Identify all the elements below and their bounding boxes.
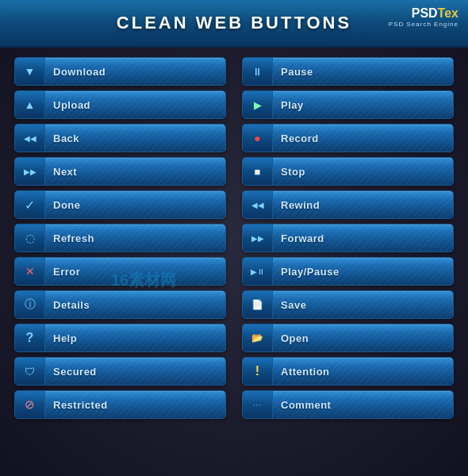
right-cell-2: Record (242, 124, 454, 152)
brand-subtitle: PSD Search Engine (389, 21, 458, 28)
left-cell-4: Done (14, 190, 226, 219)
secured-label: Secured (45, 366, 225, 378)
done-label: Done (45, 199, 225, 211)
pause-label: Pause (273, 66, 453, 78)
right-cell-4: Rewind (242, 190, 454, 219)
play-label: Play (273, 99, 453, 111)
comment-icon (243, 391, 273, 418)
left-cell-6: Error (14, 257, 226, 286)
btn-back[interactable]: Back (14, 124, 226, 152)
download-icon (15, 58, 45, 85)
btn-help[interactable]: Help (14, 324, 226, 352)
right-cell-9: Attention (242, 357, 454, 386)
btn-pause[interactable]: Pause (242, 57, 454, 86)
header: CLEAN WEB BUTTONS PSDTex PSD Search Engi… (0, 0, 468, 48)
save-icon (243, 291, 273, 318)
download-label: Download (45, 66, 225, 78)
refresh-icon (15, 225, 45, 251)
left-cell-0: Download (14, 57, 226, 86)
forward-icon (243, 225, 273, 251)
back-icon (15, 125, 45, 152)
rewind-icon (243, 191, 273, 218)
left-cell-1: Upload (14, 90, 226, 119)
error-label: Error (45, 266, 225, 278)
attention-icon (243, 358, 273, 385)
btn-forward[interactable]: Forward (242, 224, 454, 252)
header-title: CLEAN WEB BUTTONS (16, 13, 452, 33)
attention-label: Attention (273, 366, 453, 378)
btn-restricted[interactable]: Restricted (14, 390, 226, 419)
next-icon (15, 158, 45, 185)
btn-save[interactable]: Save (242, 290, 454, 319)
brand-logo: PSDTex (389, 6, 458, 21)
btn-refresh[interactable]: Refresh (14, 224, 226, 252)
right-cell-3: Stop (242, 157, 454, 186)
btn-stop[interactable]: Stop (242, 157, 454, 186)
btn-comment[interactable]: Comment (242, 390, 454, 419)
btn-attention[interactable]: Attention (242, 357, 454, 386)
right-cell-0: Pause (242, 57, 454, 86)
left-cell-3: Next (14, 157, 226, 186)
help-label: Help (45, 332, 225, 344)
forward-label: Forward (273, 232, 453, 244)
left-cell-7: Details (14, 290, 226, 319)
left-cell-8: Help (14, 324, 226, 352)
right-cell-5: Forward (242, 224, 454, 252)
playpause-label: Play/Pause (273, 266, 453, 278)
btn-secured[interactable]: Secured (14, 357, 226, 386)
button-grid: DownloadPauseUploadPlayBackRecordNextSto… (0, 48, 468, 428)
upload-label: Upload (45, 99, 225, 111)
restricted-label: Restricted (45, 399, 225, 411)
upload-icon (15, 91, 45, 118)
open-icon (243, 324, 273, 351)
save-label: Save (273, 299, 453, 311)
btn-next[interactable]: Next (14, 157, 226, 186)
record-icon (243, 125, 273, 152)
brand: PSDTex PSD Search Engine (389, 6, 458, 28)
details-label: Details (45, 299, 225, 311)
restricted-icon (15, 391, 45, 418)
back-label: Back (45, 132, 225, 144)
btn-done[interactable]: Done (14, 190, 226, 219)
right-cell-6: Play/Pause (242, 257, 454, 286)
open-label: Open (273, 332, 453, 344)
rewind-label: Rewind (273, 199, 453, 211)
left-cell-5: Refresh (14, 224, 226, 252)
right-cell-10: Comment (242, 390, 454, 419)
record-label: Record (273, 132, 453, 144)
refresh-label: Refresh (45, 232, 225, 244)
btn-details[interactable]: Details (14, 290, 226, 319)
help-icon (15, 324, 45, 351)
right-cell-8: Open (242, 324, 454, 352)
done-icon (15, 191, 45, 218)
comment-label: Comment (273, 399, 453, 411)
pause-icon (243, 58, 273, 85)
btn-upload[interactable]: Upload (14, 90, 226, 119)
stop-label: Stop (273, 166, 453, 178)
error-icon (15, 258, 45, 285)
left-cell-2: Back (14, 124, 226, 152)
left-cell-10: Restricted (14, 390, 226, 419)
secured-icon (15, 358, 45, 385)
btn-playpause[interactable]: Play/Pause (242, 257, 454, 286)
btn-play[interactable]: Play (242, 90, 454, 119)
btn-error[interactable]: Error (14, 257, 226, 286)
right-cell-7: Save (242, 290, 454, 319)
left-cell-9: Secured (14, 357, 226, 386)
playpause-icon (243, 258, 273, 285)
btn-rewind[interactable]: Rewind (242, 190, 454, 219)
btn-record[interactable]: Record (242, 124, 454, 152)
details-icon (15, 291, 45, 318)
btn-open[interactable]: Open (242, 324, 454, 352)
next-label: Next (45, 166, 225, 178)
play-icon (243, 91, 273, 118)
stop-icon (243, 158, 273, 185)
right-cell-1: Play (242, 90, 454, 119)
btn-download[interactable]: Download (14, 57, 226, 86)
